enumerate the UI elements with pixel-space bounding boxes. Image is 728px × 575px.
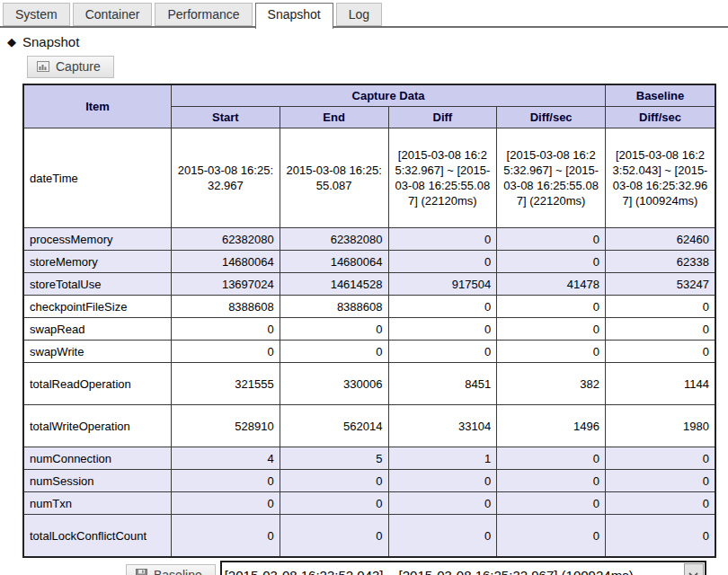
- cell-diff_sec: 0: [497, 318, 606, 341]
- col-header-capture-data: Capture Data: [172, 84, 606, 107]
- tab-performance[interactable]: Performance: [155, 3, 252, 26]
- row-item-label: numTxn: [23, 492, 172, 515]
- baseline-button-label: Baseline: [154, 568, 202, 575]
- baseline-select-value: [2015-03-08 16:23:52.043] ~ [2015-03-08 …: [222, 568, 683, 575]
- cell-diff_sec: 382: [497, 363, 606, 405]
- cell-baseline_diff_sec: 1144: [606, 363, 716, 405]
- cell-start: 2015-03-08 16:25:32.967: [172, 128, 280, 228]
- snapshot-table-body: dateTime2015-03-08 16:25:32.9672015-03-0…: [23, 128, 715, 558]
- tab-log[interactable]: Log: [336, 3, 382, 26]
- cell-baseline_diff_sec: 0: [606, 492, 716, 515]
- table-row: dateTime2015-03-08 16:25:32.9672015-03-0…: [23, 128, 715, 228]
- table-row: totalWriteOperation528910562014331041496…: [23, 405, 715, 447]
- cell-diff: 0: [388, 296, 497, 318]
- section-title: Snapshot: [22, 34, 79, 49]
- cell-baseline_diff_sec: 0: [606, 447, 716, 470]
- cell-diff_sec: 0: [497, 492, 606, 515]
- section-heading: ◆ Snapshot: [7, 34, 728, 49]
- table-row: numSession00000: [23, 470, 715, 492]
- cell-diff_sec: 0: [497, 228, 606, 251]
- cell-diff: 0: [388, 251, 497, 273]
- table-row: numTxn00000: [23, 492, 715, 515]
- cell-diff: 0: [388, 515, 497, 558]
- cell-end: 8388608: [280, 296, 388, 318]
- col-header-end: End: [280, 107, 388, 128]
- cell-end: 0: [280, 492, 388, 515]
- cell-start: 8388608: [172, 296, 280, 318]
- cell-baseline_diff_sec: 0: [606, 318, 716, 341]
- cell-start: 13697024: [172, 273, 280, 296]
- row-item-label: storeMemory: [23, 251, 172, 273]
- cell-end: 0: [280, 515, 388, 558]
- cell-diff_sec: 41478: [497, 273, 606, 296]
- capture-chart-icon: [37, 61, 49, 72]
- cell-end: 0: [280, 470, 388, 492]
- table-row: checkpointFileSize83886088388608000: [23, 296, 715, 318]
- cell-diff_sec: 1496: [497, 405, 606, 447]
- col-header-diff: Diff: [388, 107, 497, 128]
- row-item-label: totalWriteOperation: [23, 405, 172, 447]
- diamond-bullet-icon: ◆: [7, 35, 16, 49]
- cell-end: 2015-03-08 16:25:55.087: [280, 128, 388, 228]
- row-item-label: numConnection: [23, 447, 172, 470]
- cell-diff: 8451: [388, 363, 497, 405]
- cell-start: 14680064: [172, 251, 280, 273]
- table-row: numConnection45100: [23, 447, 715, 470]
- cell-end: 14680064: [280, 251, 388, 273]
- table-row: processMemory62382080623820800062460: [23, 228, 715, 251]
- capture-button-label: Capture: [56, 59, 101, 74]
- col-header-diffsec: Diff/sec: [497, 107, 606, 128]
- cell-diff: [2015-03-08 16:25:32.967] ~ [2015-03-08 …: [388, 128, 497, 228]
- cell-baseline_diff_sec: 53247: [606, 273, 716, 296]
- col-header-start: Start: [172, 107, 280, 128]
- cell-baseline_diff_sec: 0: [606, 341, 716, 363]
- cell-baseline_diff_sec: 0: [606, 296, 716, 318]
- chevron-down-icon[interactable]: [684, 563, 704, 575]
- cell-end: 330006: [280, 363, 388, 405]
- cell-baseline_diff_sec: 1980: [606, 405, 716, 447]
- cell-diff: 917504: [388, 273, 497, 296]
- table-row: totalLockConflictCount00000: [23, 515, 715, 558]
- row-item-label: processMemory: [23, 228, 172, 251]
- table-row: storeTotalUse136970241461452891750441478…: [23, 273, 715, 296]
- cell-diff_sec: [2015-03-08 16:25:32.967] ~ [2015-03-08 …: [497, 128, 606, 228]
- tab-snapshot[interactable]: Snapshot: [255, 3, 333, 29]
- cell-baseline_diff_sec: 0: [606, 515, 716, 558]
- baseline-select[interactable]: [2015-03-08 16:23:52.043] ~ [2015-03-08 …: [220, 561, 706, 575]
- cell-start: 321555: [172, 363, 280, 405]
- col-header-baseline: Baseline: [606, 84, 716, 107]
- cell-diff_sec: 0: [497, 296, 606, 318]
- table-row: storeMemory14680064146800640062338: [23, 251, 715, 273]
- capture-button[interactable]: Capture: [27, 56, 114, 78]
- row-item-label: totalLockConflictCount: [23, 515, 172, 558]
- cell-diff_sec: 0: [497, 470, 606, 492]
- cell-baseline_diff_sec: 0: [606, 470, 716, 492]
- cell-baseline_diff_sec: 62460: [606, 228, 716, 251]
- cell-diff_sec: 0: [497, 447, 606, 470]
- cell-baseline_diff_sec: 62338: [606, 251, 716, 273]
- baseline-save-icon: [136, 569, 147, 575]
- cell-diff: 33104: [388, 405, 497, 447]
- table-row: swapWrite00000: [23, 341, 715, 363]
- cell-start: 0: [172, 515, 280, 558]
- cell-start: 0: [172, 341, 280, 363]
- cell-diff: 1: [388, 447, 497, 470]
- cell-diff: 0: [388, 492, 497, 515]
- cell-end: 62382080: [280, 228, 388, 251]
- cell-start: 0: [172, 318, 280, 341]
- tab-bar: System Container Performance Snapshot Lo…: [0, 0, 728, 26]
- tab-system[interactable]: System: [3, 3, 70, 26]
- cell-end: 0: [280, 318, 388, 341]
- col-header-baseline-diffsec: Diff/sec: [606, 107, 716, 128]
- baseline-button[interactable]: Baseline: [126, 564, 216, 575]
- baseline-bar: Baseline [2015-03-08 16:23:52.043] ~ [20…: [126, 561, 728, 575]
- row-item-label: swapWrite: [23, 341, 172, 363]
- table-row: totalReadOperation3215553300068451382114…: [23, 363, 715, 405]
- cell-diff_sec: 0: [497, 515, 606, 558]
- cell-diff_sec: 0: [497, 341, 606, 363]
- cell-baseline_diff_sec: [2015-03-08 16:23:52.043] ~ [2015-03-08 …: [606, 128, 716, 228]
- tab-container[interactable]: Container: [73, 3, 153, 26]
- cell-diff: 0: [388, 318, 497, 341]
- cell-diff: 0: [388, 341, 497, 363]
- cell-end: 0: [280, 341, 388, 363]
